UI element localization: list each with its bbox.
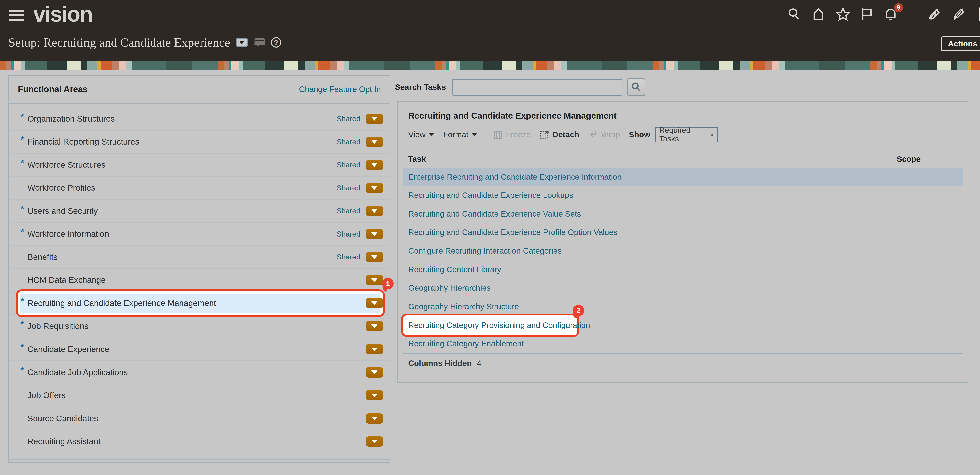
task-row[interactable]: Geography Hierarchy Structure xyxy=(402,298,963,316)
task-link[interactable]: Recruiting Category Provisioning and Con… xyxy=(408,320,590,330)
area-label: Recruiting Assistant xyxy=(27,437,100,446)
sidebar-item-job-offers[interactable]: Job Offers xyxy=(9,384,390,407)
area-label: Organization Structures xyxy=(27,114,115,124)
scope-column-header: Scope xyxy=(897,155,958,164)
area-dropdown-button[interactable] xyxy=(366,137,383,147)
area-dropdown-button[interactable] xyxy=(366,390,383,400)
no-edit-pen-icon[interactable] xyxy=(952,8,964,21)
area-dropdown-button[interactable] xyxy=(366,344,383,354)
user-avatar[interactable]: SI xyxy=(979,5,980,23)
task-link[interactable]: Recruiting and Candidate Experience Valu… xyxy=(408,209,581,218)
hamburger-menu-icon[interactable] xyxy=(9,10,24,21)
area-dropdown-button[interactable] xyxy=(366,229,383,239)
favorites-star-icon[interactable] xyxy=(836,8,850,21)
format-menu-label: Format xyxy=(443,130,468,139)
task-row-annotated[interactable]: Recruiting Category Provisioning and Con… xyxy=(402,316,963,335)
columns-hidden-label: Columns Hidden xyxy=(408,359,472,368)
task-link[interactable]: Recruiting Category Enablement xyxy=(408,339,524,348)
required-asterisk: * xyxy=(21,227,27,237)
sidebar-item-recruiting-assistant[interactable]: Recruiting Assistant xyxy=(9,430,390,453)
page-title-row: Setup: Recruiting and Candidate Experien… xyxy=(8,35,281,50)
shared-label: Shared xyxy=(337,161,360,169)
help-icon[interactable]: ? xyxy=(271,37,281,48)
columns-hidden-row: Columns Hidden 4 xyxy=(402,354,963,373)
search-tasks-label: Search Tasks xyxy=(395,83,446,92)
required-asterisk: * xyxy=(21,319,27,330)
search-tasks-input[interactable] xyxy=(452,79,622,96)
view-menu[interactable]: View xyxy=(408,130,434,139)
task-row[interactable]: Recruiting and Candidate Experience Valu… xyxy=(402,205,963,223)
task-link[interactable]: Recruiting and Candidate Experience Look… xyxy=(408,191,573,200)
task-row-selected[interactable]: Enterprise Recruiting and Candidate Expe… xyxy=(402,168,963,186)
area-dropdown-button[interactable] xyxy=(366,183,383,193)
task-link[interactable]: Recruiting and Candidate Experience Prof… xyxy=(408,228,617,237)
search-button[interactable] xyxy=(627,78,646,96)
wrap-button: Wrap xyxy=(588,130,620,139)
home-icon[interactable] xyxy=(811,8,825,21)
sidebar-item-workforce-profiles[interactable]: Workforce Profiles Shared xyxy=(9,177,390,200)
sidebar-item-recruiting-and-candidate-experience-management[interactable]: * Recruiting and Candidate Experience Ma… xyxy=(9,292,390,315)
area-dropdown-button[interactable] xyxy=(366,367,383,377)
setup-page: vision Setup: Recruiting and Candidate E… xyxy=(0,0,980,475)
sidebar-item-job-requisitions[interactable]: * Job Requisitions xyxy=(9,315,390,338)
task-row[interactable]: Recruiting and Candidate Experience Look… xyxy=(402,186,963,205)
required-asterisk: * xyxy=(21,365,27,376)
task-link[interactable]: Geography Hierarchies xyxy=(408,284,491,293)
task-row[interactable]: Geography Hierarchies xyxy=(402,279,963,298)
task-rows: Enterprise Recruiting and Candidate Expe… xyxy=(398,168,968,354)
task-row[interactable]: Configure Recruiting Interaction Categor… xyxy=(402,242,963,261)
area-dropdown-button[interactable] xyxy=(366,252,383,262)
required-asterisk: * xyxy=(21,296,27,306)
title-dropdown-button[interactable] xyxy=(236,38,248,47)
sidebar-item-benefits[interactable]: Benefits Shared xyxy=(9,246,390,269)
area-label: Candidate Experience xyxy=(27,344,109,354)
search-icon[interactable] xyxy=(788,8,801,21)
functional-areas-title: Functional Areas xyxy=(18,84,88,94)
task-row[interactable]: Recruiting Content Library xyxy=(402,260,963,279)
task-row[interactable]: Recruiting Category Enablement xyxy=(402,335,963,354)
area-dropdown-button[interactable] xyxy=(366,298,383,308)
area-dropdown-button[interactable] xyxy=(366,321,383,331)
area-dropdown-button[interactable] xyxy=(366,206,383,216)
sidebar-item-financial-reporting-structures[interactable]: * Financial Reporting Structures Shared xyxy=(9,131,390,154)
chevron-down-icon: ∨ xyxy=(710,131,714,138)
task-panel-title: Recruiting and Candidate Experience Mana… xyxy=(398,102,968,127)
area-label: Benefits xyxy=(27,252,57,262)
format-menu[interactable]: Format xyxy=(443,130,477,139)
area-label: Financial Reporting Structures xyxy=(27,137,139,147)
area-dropdown-button[interactable] xyxy=(366,113,383,124)
sandbox-pen-icon[interactable] xyxy=(928,8,941,21)
task-link[interactable]: Geography Hierarchy Structure xyxy=(408,302,519,311)
flag-icon[interactable] xyxy=(861,8,873,21)
detach-button[interactable]: Detach xyxy=(540,130,579,139)
functional-areas-panel: Functional Areas Change Feature Opt In *… xyxy=(8,75,390,463)
sidebar-item-source-candidates[interactable]: Source Candidates xyxy=(9,407,390,430)
sidebar-item-workforce-structures[interactable]: * Workforce Structures Shared xyxy=(9,153,390,177)
sidebar-item-candidate-experience[interactable]: * Candidate Experience xyxy=(9,338,390,361)
notifications-bell[interactable]: 9 xyxy=(884,7,897,21)
area-dropdown-button[interactable] xyxy=(366,160,383,170)
area-dropdown-button[interactable] xyxy=(366,413,383,424)
required-asterisk: * xyxy=(21,204,27,214)
sidebar-item-organization-structures[interactable]: * Organization Structures Shared xyxy=(9,107,390,131)
shared-label: Shared xyxy=(337,138,360,146)
change-feature-opt-in-link[interactable]: Change Feature Opt In xyxy=(299,85,381,94)
task-link[interactable]: Configure Recruiting Interaction Categor… xyxy=(408,246,562,255)
area-dropdown-button[interactable] xyxy=(366,436,383,446)
sidebar-item-candidate-job-applications[interactable]: * Candidate Job Applications xyxy=(9,361,390,384)
task-row[interactable]: Recruiting and Candidate Experience Prof… xyxy=(402,223,963,242)
sidebar-item-hcm-data-exchange[interactable]: HCM Data Exchange xyxy=(9,269,390,292)
task-link[interactable]: Recruiting Content Library xyxy=(408,265,501,274)
task-link[interactable]: Enterprise Recruiting and Candidate Expe… xyxy=(408,172,622,182)
global-header: vision Setup: Recruiting and Candidate E… xyxy=(0,0,980,61)
open-panel-icon[interactable] xyxy=(254,37,266,48)
task-toolbar: View Format Freeze xyxy=(398,127,968,149)
functional-areas-header: Functional Areas Change Feature Opt In xyxy=(9,75,390,104)
area-dropdown-button[interactable] xyxy=(366,275,383,285)
area-label: HCM Data Exchange xyxy=(27,275,106,285)
sidebar-item-users-and-security[interactable]: * Users and Security Shared xyxy=(9,200,390,223)
sidebar-item-workforce-information[interactable]: * Workforce Information Shared xyxy=(9,223,390,246)
show-tasks-select[interactable]: Required Tasks ∨ xyxy=(655,127,718,142)
actions-button[interactable]: Actions xyxy=(941,37,980,51)
area-label: Job Requisitions xyxy=(27,322,88,331)
